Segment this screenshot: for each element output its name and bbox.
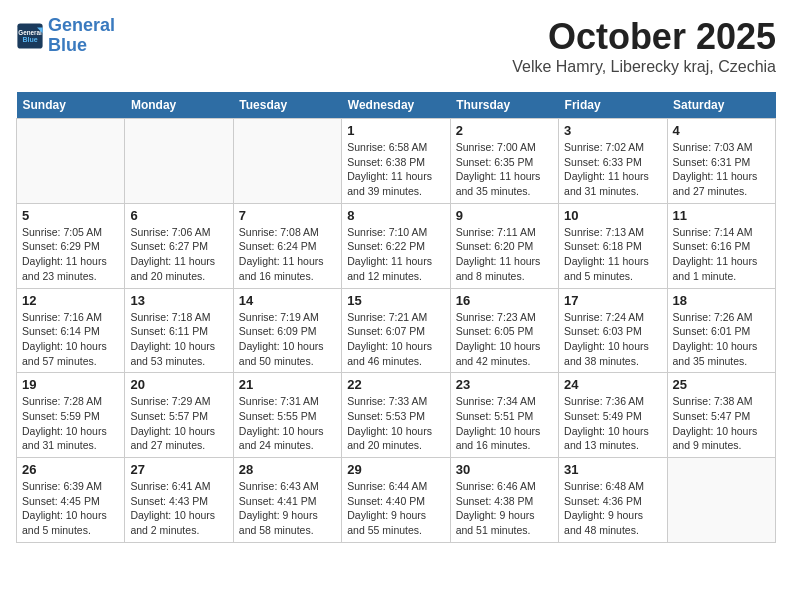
day-number: 25 [673,377,770,392]
day-number: 7 [239,208,336,223]
day-cell: 31Sunrise: 6:48 AM Sunset: 4:36 PM Dayli… [559,458,667,543]
day-cell: 29Sunrise: 6:44 AM Sunset: 4:40 PM Dayli… [342,458,450,543]
weekday-header-row: SundayMondayTuesdayWednesdayThursdayFrid… [17,92,776,119]
day-info: Sunrise: 6:48 AM Sunset: 4:36 PM Dayligh… [564,479,661,538]
day-cell: 5Sunrise: 7:05 AM Sunset: 6:29 PM Daylig… [17,203,125,288]
day-cell: 1Sunrise: 6:58 AM Sunset: 6:38 PM Daylig… [342,119,450,204]
day-cell: 20Sunrise: 7:29 AM Sunset: 5:57 PM Dayli… [125,373,233,458]
day-cell: 27Sunrise: 6:41 AM Sunset: 4:43 PM Dayli… [125,458,233,543]
day-cell: 24Sunrise: 7:36 AM Sunset: 5:49 PM Dayli… [559,373,667,458]
day-number: 9 [456,208,553,223]
day-number: 18 [673,293,770,308]
day-number: 26 [22,462,119,477]
day-cell: 17Sunrise: 7:24 AM Sunset: 6:03 PM Dayli… [559,288,667,373]
day-cell: 23Sunrise: 7:34 AM Sunset: 5:51 PM Dayli… [450,373,558,458]
day-info: Sunrise: 7:33 AM Sunset: 5:53 PM Dayligh… [347,394,444,453]
day-cell: 28Sunrise: 6:43 AM Sunset: 4:41 PM Dayli… [233,458,341,543]
day-info: Sunrise: 7:24 AM Sunset: 6:03 PM Dayligh… [564,310,661,369]
day-info: Sunrise: 6:43 AM Sunset: 4:41 PM Dayligh… [239,479,336,538]
day-info: Sunrise: 7:02 AM Sunset: 6:33 PM Dayligh… [564,140,661,199]
day-info: Sunrise: 7:06 AM Sunset: 6:27 PM Dayligh… [130,225,227,284]
svg-text:General: General [18,28,42,35]
day-number: 23 [456,377,553,392]
day-info: Sunrise: 6:58 AM Sunset: 6:38 PM Dayligh… [347,140,444,199]
day-info: Sunrise: 7:05 AM Sunset: 6:29 PM Dayligh… [22,225,119,284]
day-number: 11 [673,208,770,223]
day-info: Sunrise: 7:18 AM Sunset: 6:11 PM Dayligh… [130,310,227,369]
day-number: 4 [673,123,770,138]
day-cell: 18Sunrise: 7:26 AM Sunset: 6:01 PM Dayli… [667,288,775,373]
day-number: 14 [239,293,336,308]
day-number: 20 [130,377,227,392]
day-info: Sunrise: 6:41 AM Sunset: 4:43 PM Dayligh… [130,479,227,538]
logo-text: General Blue [48,16,115,56]
weekday-header-saturday: Saturday [667,92,775,119]
day-info: Sunrise: 7:19 AM Sunset: 6:09 PM Dayligh… [239,310,336,369]
week-row-3: 12Sunrise: 7:16 AM Sunset: 6:14 PM Dayli… [17,288,776,373]
day-cell: 16Sunrise: 7:23 AM Sunset: 6:05 PM Dayli… [450,288,558,373]
weekday-header-monday: Monday [125,92,233,119]
weekday-header-wednesday: Wednesday [342,92,450,119]
day-number: 3 [564,123,661,138]
day-number: 17 [564,293,661,308]
day-info: Sunrise: 7:11 AM Sunset: 6:20 PM Dayligh… [456,225,553,284]
day-number: 12 [22,293,119,308]
weekday-header-sunday: Sunday [17,92,125,119]
day-info: Sunrise: 7:38 AM Sunset: 5:47 PM Dayligh… [673,394,770,453]
day-number: 2 [456,123,553,138]
day-cell: 3Sunrise: 7:02 AM Sunset: 6:33 PM Daylig… [559,119,667,204]
day-cell: 8Sunrise: 7:10 AM Sunset: 6:22 PM Daylig… [342,203,450,288]
day-info: Sunrise: 7:36 AM Sunset: 5:49 PM Dayligh… [564,394,661,453]
day-cell [125,119,233,204]
day-cell: 2Sunrise: 7:00 AM Sunset: 6:35 PM Daylig… [450,119,558,204]
day-cell: 10Sunrise: 7:13 AM Sunset: 6:18 PM Dayli… [559,203,667,288]
day-cell: 11Sunrise: 7:14 AM Sunset: 6:16 PM Dayli… [667,203,775,288]
day-info: Sunrise: 7:10 AM Sunset: 6:22 PM Dayligh… [347,225,444,284]
day-number: 15 [347,293,444,308]
day-info: Sunrise: 7:08 AM Sunset: 6:24 PM Dayligh… [239,225,336,284]
day-cell [233,119,341,204]
location-title: Velke Hamry, Liberecky kraj, Czechia [512,58,776,76]
day-number: 30 [456,462,553,477]
day-info: Sunrise: 7:31 AM Sunset: 5:55 PM Dayligh… [239,394,336,453]
day-info: Sunrise: 7:23 AM Sunset: 6:05 PM Dayligh… [456,310,553,369]
logo-line1: General [48,15,115,35]
day-info: Sunrise: 7:29 AM Sunset: 5:57 PM Dayligh… [130,394,227,453]
day-number: 19 [22,377,119,392]
logo: General Blue General Blue [16,16,115,56]
day-info: Sunrise: 7:16 AM Sunset: 6:14 PM Dayligh… [22,310,119,369]
calendar: SundayMondayTuesdayWednesdayThursdayFrid… [16,92,776,543]
day-cell [667,458,775,543]
day-number: 13 [130,293,227,308]
day-cell: 4Sunrise: 7:03 AM Sunset: 6:31 PM Daylig… [667,119,775,204]
day-info: Sunrise: 7:21 AM Sunset: 6:07 PM Dayligh… [347,310,444,369]
week-row-4: 19Sunrise: 7:28 AM Sunset: 5:59 PM Dayli… [17,373,776,458]
day-number: 22 [347,377,444,392]
day-number: 5 [22,208,119,223]
day-cell: 6Sunrise: 7:06 AM Sunset: 6:27 PM Daylig… [125,203,233,288]
day-number: 21 [239,377,336,392]
day-cell: 15Sunrise: 7:21 AM Sunset: 6:07 PM Dayli… [342,288,450,373]
day-cell: 13Sunrise: 7:18 AM Sunset: 6:11 PM Dayli… [125,288,233,373]
day-info: Sunrise: 7:03 AM Sunset: 6:31 PM Dayligh… [673,140,770,199]
logo-line2: Blue [48,35,87,55]
title-section: October 2025 Velke Hamry, Liberecky kraj… [512,16,776,76]
day-info: Sunrise: 7:34 AM Sunset: 5:51 PM Dayligh… [456,394,553,453]
day-cell [17,119,125,204]
day-number: 28 [239,462,336,477]
day-info: Sunrise: 7:00 AM Sunset: 6:35 PM Dayligh… [456,140,553,199]
day-cell: 14Sunrise: 7:19 AM Sunset: 6:09 PM Dayli… [233,288,341,373]
day-info: Sunrise: 7:28 AM Sunset: 5:59 PM Dayligh… [22,394,119,453]
svg-text:Blue: Blue [22,36,37,43]
day-cell: 12Sunrise: 7:16 AM Sunset: 6:14 PM Dayli… [17,288,125,373]
weekday-header-thursday: Thursday [450,92,558,119]
weekday-header-friday: Friday [559,92,667,119]
month-title: October 2025 [512,16,776,58]
week-row-1: 1Sunrise: 6:58 AM Sunset: 6:38 PM Daylig… [17,119,776,204]
day-info: Sunrise: 7:14 AM Sunset: 6:16 PM Dayligh… [673,225,770,284]
day-number: 24 [564,377,661,392]
day-info: Sunrise: 6:46 AM Sunset: 4:38 PM Dayligh… [456,479,553,538]
day-info: Sunrise: 7:13 AM Sunset: 6:18 PM Dayligh… [564,225,661,284]
day-cell: 30Sunrise: 6:46 AM Sunset: 4:38 PM Dayli… [450,458,558,543]
day-number: 8 [347,208,444,223]
